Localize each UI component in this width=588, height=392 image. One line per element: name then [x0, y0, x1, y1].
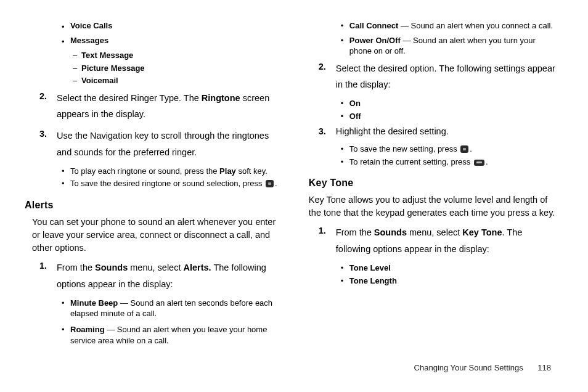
bullet-item: Voice Calls [62, 20, 279, 33]
text-bold: Play [219, 166, 236, 176]
bullet-item: Call Connect — Sound an alert when you c… [341, 20, 557, 31]
text-bold: Key Tone [462, 227, 502, 237]
bullet-dot-icon [62, 324, 70, 346]
bullet-dot-icon [62, 178, 70, 189]
step-body: From the Sounds menu, select Key Tone. T… [336, 224, 557, 258]
bullet-item: Tone Length [341, 276, 557, 287]
page-footer: Changing Your Sound Settings 118 [414, 363, 551, 372]
bullet-dot-icon [341, 20, 349, 31]
step-number: 3. [39, 128, 57, 161]
text: To play each ringtone or sound, press th… [70, 166, 219, 176]
step-body: From the Sounds menu, select Alerts. The… [57, 259, 279, 293]
text-bold: Ringtone [202, 93, 240, 103]
bullet-dot-icon [62, 166, 70, 177]
step-number: 1. [319, 224, 336, 258]
numbered-step: 2. Select the desired option. The follow… [319, 60, 557, 94]
bullet-item: On [341, 98, 557, 109]
dash-label: Text Message [81, 50, 133, 61]
text: menu, select [407, 227, 462, 237]
numbered-step: 1. From the Sounds menu, select Key Tone… [319, 224, 557, 258]
option-label: Call Connect [349, 21, 398, 30]
step-body: Highlight the desired setting. [336, 125, 557, 139]
bullet-body: To retain the current setting, press . [349, 157, 557, 168]
bullet-body: Call Connect — Sound an alert when you c… [349, 20, 557, 31]
text: . [275, 179, 277, 188]
text-bold: Sounds [374, 227, 407, 237]
bullet-dot-icon [62, 35, 70, 48]
bullet-body: To save the desired ringtone or sound se… [70, 178, 279, 189]
step-number: 1. [39, 259, 57, 293]
footer-title: Changing Your Sound Settings [414, 363, 523, 372]
dash-item: Voicemail [73, 75, 279, 86]
numbered-step: 3. Use the Navigation key to scroll thro… [39, 128, 279, 161]
bullet-dot-icon [62, 298, 70, 319]
paragraph: You can set your phone to sound an alert… [32, 216, 279, 255]
bullet-dot-icon [62, 20, 70, 33]
step-body: Use the Navigation key to scroll through… [57, 128, 279, 161]
text: To save the desired ringtone or sound se… [70, 179, 264, 188]
bullet-item: To save the desired ringtone or sound se… [62, 178, 279, 189]
dash-label: Picture Message [81, 63, 145, 74]
option-label: Tone Length [349, 276, 557, 287]
bullet-body: Minute Beep — Sound an alert ten seconds… [70, 298, 279, 319]
numbered-step: 1. From the Sounds menu, select Alerts. … [39, 259, 279, 293]
page-number: 118 [537, 363, 551, 372]
bullet-item: Power On/Off — Sound an alert when you t… [341, 35, 557, 57]
section-heading-keytone: Key Tone [309, 176, 557, 190]
text: Select the desired Ringer Type. The [57, 93, 202, 103]
dash-item: Picture Message [73, 63, 279, 74]
ok-key-icon [460, 145, 468, 153]
numbered-step: 2. Select the desired Ringer Type. The R… [39, 90, 279, 123]
bullet-dot-icon [341, 157, 349, 168]
bullet-dot-icon [341, 144, 349, 155]
option-label: Minute Beep [70, 298, 118, 308]
step-body: Select the desired option. The following… [336, 60, 557, 94]
bullet-dot-icon [341, 98, 349, 109]
left-column: Voice Calls Messages Text Message Pictur… [25, 18, 279, 348]
ok-key-icon [266, 180, 274, 187]
step-body: Select the desired Ringer Type. The Ring… [57, 90, 279, 123]
option-label: Roaming [70, 325, 105, 334]
bullet-item: Messages [62, 35, 279, 48]
text: soft key. [236, 166, 267, 176]
bullet-item: Minute Beep — Sound an alert ten seconds… [62, 298, 279, 319]
bullet-item: To play each ringtone or sound, press th… [62, 166, 279, 177]
step-number: 3. [319, 125, 336, 139]
text: To retain the current setting, press [349, 157, 473, 166]
bullet-dot-icon [341, 263, 349, 274]
bullet-item: Roaming — Sound an alert when you leave … [62, 324, 279, 346]
option-label: On [349, 98, 557, 109]
text: menu, select [128, 263, 183, 272]
option-label: Tone Level [349, 263, 557, 274]
section-heading-alerts: Alerts [25, 198, 279, 212]
bullet-body: To save the new setting, press . [349, 144, 557, 155]
step-number: 2. [39, 90, 57, 123]
option-desc: — Sound an alert when you connect a call… [398, 21, 553, 30]
clear-key-icon [474, 160, 484, 166]
bullet-body: Power On/Off — Sound an alert when you t… [349, 35, 557, 57]
numbered-step: 3. Highlight the desired setting. [319, 125, 557, 139]
bullet-dot-icon [341, 35, 349, 57]
right-column: Call Connect — Sound an alert when you c… [309, 18, 557, 348]
paragraph: Key Tone allows you to adjust the volume… [309, 194, 557, 219]
bullet-item: To retain the current setting, press . [341, 157, 557, 168]
text: . [470, 144, 472, 153]
dash-icon [73, 75, 81, 86]
step-number: 2. [319, 60, 336, 94]
text: From the [336, 227, 374, 237]
dash-item: Text Message [73, 50, 279, 61]
text: From the [57, 263, 95, 272]
bullet-item: Tone Level [341, 263, 557, 274]
bullet-label: Voice Calls [70, 20, 279, 33]
bullet-body: To play each ringtone or sound, press th… [70, 166, 279, 177]
bullet-dot-icon [341, 276, 349, 287]
bullet-body: Roaming — Sound an alert when you leave … [70, 324, 279, 346]
text-bold: Alerts. [183, 263, 211, 272]
option-label: Power On/Off [349, 36, 401, 45]
option-label: Off [349, 111, 557, 122]
bullet-label: Messages [70, 35, 279, 48]
text-bold: Sounds [95, 263, 128, 272]
text: To save the new setting, press [349, 144, 459, 153]
text: . [486, 157, 488, 166]
bullet-item: Off [341, 111, 557, 122]
